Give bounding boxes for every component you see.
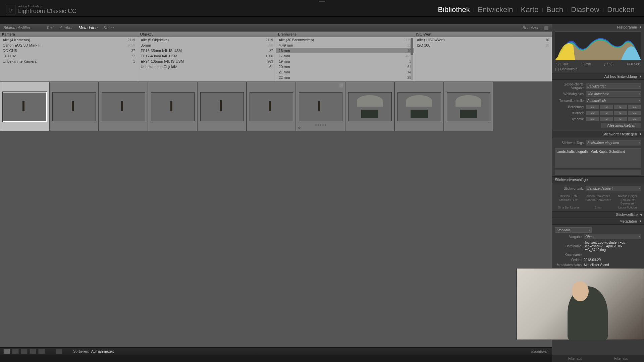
thumbnail[interactable] xyxy=(197,82,247,131)
thumbnail[interactable] xyxy=(99,82,148,131)
meta-row[interactable]: ISO 10010 xyxy=(414,43,552,48)
meta-row[interactable]: EF17-40mm f/4L USM1200 xyxy=(138,53,276,59)
keyword-suggestion[interactable]: Laura Polidori xyxy=(614,206,641,209)
wb-dropdown[interactable]: Wie Aufnahme xyxy=(586,91,641,97)
metadata-header[interactable]: Metadaten▼ xyxy=(552,218,644,225)
module-buch[interactable]: Buch xyxy=(543,5,567,14)
quick-develop-header[interactable]: Ad-hoc-Entwicklung▼ xyxy=(552,73,644,80)
keyword-suggestion[interactable]: Sina Benkesser xyxy=(555,206,582,209)
painter-button[interactable] xyxy=(56,349,62,354)
thumbnail[interactable] xyxy=(148,82,197,131)
keyword-suggestion[interactable]: Sabrina Benkesser xyxy=(585,198,611,205)
filter-tab-metadaten[interactable]: Metadaten xyxy=(78,25,98,30)
meta-row[interactable]: 16 mm10 xyxy=(276,48,414,53)
scrollbar[interactable] xyxy=(411,38,413,80)
filter-tab-keine[interactable]: Keine xyxy=(104,25,114,30)
vibrance-stepper[interactable]: ◀◀◀▶▶▶ xyxy=(586,117,641,121)
filter-tab-text[interactable]: Text xyxy=(46,25,54,30)
rating-dots[interactable] xyxy=(296,124,345,126)
thumbnail[interactable] xyxy=(49,82,99,131)
meta-column-header[interactable]: ISO-Wert xyxy=(414,32,552,37)
meta-row[interactable]: Canon EOS 5D Mark III2059 xyxy=(0,43,138,48)
meta-row[interactable]: 17 mm465 xyxy=(276,53,414,59)
meta-row[interactable]: FC110222 xyxy=(0,53,138,59)
chevron-down-icon: ▼ xyxy=(639,132,642,136)
thumbnail[interactable] xyxy=(394,82,444,131)
thumbnail-grid[interactable]: ⟳ xyxy=(0,82,552,347)
filter-preset-label: Benutzer... xyxy=(522,25,542,30)
tone-auto-button[interactable]: Automatisch xyxy=(586,98,641,103)
thumbnail-image xyxy=(3,93,46,121)
filter-preset-dropdown[interactable]: Benutzer... xyxy=(519,25,552,30)
thumbnail[interactable]: ⟳ xyxy=(296,82,345,131)
histogram-display[interactable] xyxy=(555,32,641,60)
keyword-suggestions-header[interactable]: Stichwortvorschläge xyxy=(552,176,644,183)
filter-tab-attribut[interactable]: Attribut xyxy=(60,25,72,30)
meta-row[interactable]: 20 mm61 xyxy=(276,64,414,69)
library-filter-bar: Bibliotheksfilter: TextAttributMetadaten… xyxy=(0,24,552,32)
thumb-badge-icon[interactable]: ⟳ xyxy=(298,126,301,130)
keyword-suggestion[interactable]: Aileen Benkesser xyxy=(585,194,611,198)
app-name: Lightroom Classic CC xyxy=(18,8,76,14)
meta-column-header[interactable]: Brennweite xyxy=(276,32,414,37)
compare-view-button[interactable] xyxy=(21,349,28,354)
keyword-input[interactable] xyxy=(555,170,641,175)
chevron-down-icon: ▼ xyxy=(639,25,642,29)
keyword-suggestion[interactable]: Natalie Geiger xyxy=(614,194,641,198)
module-drucken[interactable]: Drucken xyxy=(604,5,638,14)
meta-row[interactable]: 22 mm29 xyxy=(276,75,414,80)
keyword-suggestion[interactable]: Melissa Kiehl xyxy=(555,194,582,198)
meta-column-header[interactable]: Kamera xyxy=(0,32,138,37)
module-entwickeln[interactable]: Entwickeln xyxy=(474,5,516,14)
saved-preset-dropdown[interactable]: Benutzerdef. xyxy=(586,83,641,89)
meta-row[interactable]: EF16-35mm f/4L IS USM37 xyxy=(138,48,276,53)
meta-column-header[interactable]: Objektiv xyxy=(138,32,276,37)
exposure-stepper[interactable]: ◀◀◀▶▶▶ xyxy=(586,105,641,109)
lock-icon[interactable] xyxy=(544,26,548,30)
meta-row[interactable]: 23 mm1 xyxy=(276,80,414,81)
titlebar-grip[interactable] xyxy=(319,1,325,2)
keyword-textarea[interactable]: Landschaftsfotografie, Mark Kupla, Schot… xyxy=(555,148,641,168)
meta-row[interactable]: Unbekannte Kamera1 xyxy=(0,59,138,64)
keyword-set-dropdown[interactable]: Benutzerdefiniert xyxy=(586,186,641,191)
keyword-suggestion[interactable]: Matthias Butz xyxy=(555,198,582,205)
meta-row[interactable]: Unbekanntes Objektiv61 xyxy=(138,64,276,69)
module-karte[interactable]: Karte xyxy=(518,5,542,14)
sync-settings-label[interactable]: Filter aus xyxy=(614,357,628,360)
checkbox-icon[interactable] xyxy=(555,68,559,71)
meta-row-all[interactable]: Alle (5 Objektive)2119 xyxy=(138,37,276,43)
keyword-suggestion[interactable]: Emm xyxy=(585,206,611,209)
meta-row-all[interactable]: Alle (1 ISO-Wert)10 xyxy=(414,37,552,43)
module-bibliothek[interactable]: Bibliothek xyxy=(434,5,473,14)
meta-row[interactable]: 4,49 mm22 xyxy=(276,43,414,48)
sort-dropdown[interactable]: Aufnahmezeit xyxy=(91,349,114,353)
survey-view-button[interactable] xyxy=(30,349,36,354)
meta-row-all[interactable]: Alle (30 Brennweiten)2119 xyxy=(276,37,414,43)
clarity-stepper[interactable]: ◀◀◀▶▶▶ xyxy=(586,111,641,115)
keyword-tags-dropdown[interactable]: Stichwörter eingeben xyxy=(586,140,641,145)
grid-view-button[interactable] xyxy=(3,349,10,354)
metadata-set-dropdown[interactable]: Standard xyxy=(555,227,592,233)
thumbnail[interactable] xyxy=(345,82,394,131)
thumbnail[interactable] xyxy=(444,82,493,131)
meta-row[interactable]: 35mm558 xyxy=(138,43,276,48)
meta-row[interactable]: DC-GH537 xyxy=(0,48,138,53)
keyword-list-header[interactable]: Stichwortliste◀ xyxy=(552,211,644,218)
meta-row[interactable]: EF24-105mm f/4L IS USM263 xyxy=(138,59,276,64)
people-view-button[interactable] xyxy=(38,349,45,354)
module-diashow[interactable]: Diashow xyxy=(568,5,602,14)
meta-row-all[interactable]: Alle (4 Kameras)2119 xyxy=(0,37,138,43)
loupe-view-button[interactable] xyxy=(12,349,19,354)
flag-icon[interactable] xyxy=(339,83,343,87)
original-photo-row[interactable]: Originalfoto xyxy=(552,67,644,73)
thumbnail[interactable] xyxy=(0,82,49,131)
keyword-suggestion[interactable]: Karl-Heinz Benkesser xyxy=(614,198,641,205)
keywording-header[interactable]: Stichwörter festlegen▼ xyxy=(552,131,644,137)
reset-all-button[interactable]: Alles zurücksetzen xyxy=(601,123,641,128)
meta-row[interactable]: 21 mm14 xyxy=(276,69,414,75)
meta-row[interactable]: 19 mm1 xyxy=(276,59,414,64)
sync-label[interactable]: Filter aus xyxy=(568,357,582,360)
thumbnail[interactable] xyxy=(247,82,296,131)
histogram-header[interactable]: Histogramm▼ xyxy=(552,24,644,30)
meta-preset-dropdown[interactable]: Ohne xyxy=(584,234,641,239)
